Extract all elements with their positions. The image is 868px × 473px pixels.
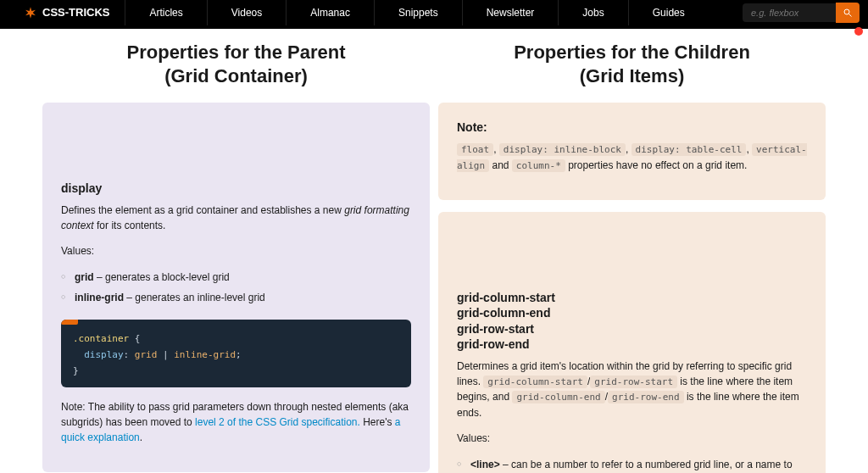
nav-guides[interactable]: Guides — [628, 0, 709, 25]
search-icon — [843, 8, 853, 18]
display-desc: Defines the element as a grid container … — [61, 203, 411, 233]
note-text: float, display: inline-block, display: t… — [457, 142, 807, 173]
list-item: grid – generates a block-level grid — [61, 267, 411, 287]
nav-almanac[interactable]: Almanac — [286, 0, 374, 25]
left-column: Properties for the Parent(Grid Container… — [42, 36, 430, 473]
top-nav: CSS-TRICKS Articles Videos Almanac Snipp… — [0, 0, 868, 25]
list-item: <line> – can be a number to refer to a n… — [457, 454, 807, 473]
search — [743, 3, 860, 23]
code-accent — [61, 320, 78, 325]
right-column: Properties for the Children(Grid Items) … — [438, 36, 826, 473]
prop-grid-lines: grid-column-startgrid-column-endgrid-row… — [457, 290, 807, 352]
note-heading: Note: — [457, 120, 807, 135]
display-values: grid – generates a block-level grid inli… — [61, 267, 411, 308]
svg-line-1 — [849, 14, 852, 17]
search-button[interactable] — [836, 3, 860, 23]
display-note: Note: The ability to pass grid parameter… — [61, 399, 411, 445]
nav-newsletter[interactable]: Newsletter — [462, 0, 559, 25]
logo-text: CSS-TRICKS — [42, 4, 109, 21]
parent-title: Properties for the Parent(Grid Container… — [42, 41, 430, 87]
nav-videos[interactable]: Videos — [207, 0, 286, 25]
main-nav: Articles Videos Almanac Snippets Newslet… — [125, 0, 743, 25]
children-title: Properties for the Children(Grid Items) — [438, 41, 826, 87]
prop-display: display — [61, 181, 411, 196]
list-item: inline-grid – generates an inline-level … — [61, 287, 411, 308]
nav-snippets[interactable]: Snippets — [374, 0, 462, 25]
code-block: .container { display: grid | inline-grid… — [61, 320, 411, 387]
nav-jobs[interactable]: Jobs — [558, 0, 627, 25]
svg-point-0 — [844, 9, 849, 14]
search-input[interactable] — [743, 3, 836, 22]
logo[interactable]: CSS-TRICKS — [8, 4, 125, 21]
grid-column-card: grid-column-startgrid-column-endgrid-row… — [438, 212, 826, 473]
notification-dot[interactable] — [854, 27, 863, 36]
values-label: Values: — [457, 431, 807, 446]
star-icon — [24, 6, 37, 19]
display-card: display Defines the element as a grid co… — [42, 103, 430, 472]
gc-desc: Determines a grid item's location within… — [457, 359, 807, 420]
gc-values: <line> – can be a number to refer to a n… — [457, 454, 807, 473]
note-card: Note: float, display: inline-block, disp… — [438, 103, 826, 200]
values-label: Values: — [61, 243, 411, 259]
nav-articles[interactable]: Articles — [125, 0, 206, 25]
spec-link[interactable]: level 2 of the CSS Grid specification. — [195, 416, 360, 428]
